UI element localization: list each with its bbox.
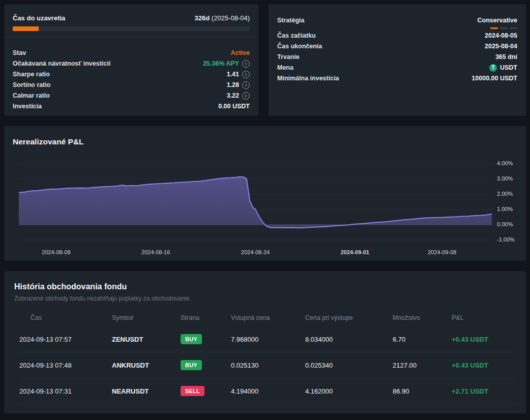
detail-label: Mena	[277, 64, 293, 72]
y-axis-label: 3.00%	[497, 175, 513, 182]
detail-value-wrap: TUSDT	[489, 64, 517, 72]
x-axis-label: 2024-08-24	[232, 249, 278, 255]
detail-row-cas-zaciatku: Čas začiatku2024-08-05	[277, 32, 517, 40]
x-axis-label: 2024-08-08	[33, 249, 79, 255]
y-axis-label: 2.00%	[497, 191, 513, 197]
stat-value: 3.22i	[227, 92, 250, 100]
stat-value-text: 25.36% APY	[203, 59, 239, 68]
stat-label: Sortino ratio	[13, 81, 50, 89]
detail-value-text: Conservative	[477, 16, 517, 24]
detail-value-text: 2025-08-04	[485, 42, 517, 50]
cell-pnl: +2.71 USDT	[452, 387, 516, 395]
cell-exit-price: 0.025340	[305, 362, 393, 369]
table-row: 2024-09-13 07:57ZENUSDTBUY7.9680008.0340…	[19, 326, 516, 352]
detail-label: Čas začiatku	[277, 32, 316, 40]
closing-time-value: 326d (2025-08-04)	[195, 14, 250, 22]
info-icon[interactable]: i	[242, 92, 250, 100]
column-header-symbol: Symbol	[112, 314, 181, 321]
stat-value: Active	[230, 49, 250, 57]
stat-value-text: 0.00 USDT	[218, 102, 250, 110]
stat-row-sharpe-ratio: Sharpe ratio1.41i	[13, 70, 250, 78]
y-axis-label: 4.00%	[497, 160, 513, 166]
cell-time: 2024-09-13 07:31	[19, 387, 112, 395]
cell-entry-price: 4.194000	[231, 387, 305, 395]
stat-label: Calmar ratio	[13, 92, 50, 100]
detail-row-cas-ukoncenia: Čas ukončenia2025-08-04	[277, 42, 517, 50]
stat-value-text: 3.22	[227, 92, 239, 100]
detail-row-strategia: StratégiaConservative	[277, 16, 517, 29]
tether-coin-icon: T	[489, 64, 497, 72]
pnl-area-fill	[19, 177, 492, 228]
cell-quantity: 2127.00	[393, 362, 452, 369]
pnl-chart-svg[interactable]	[19, 156, 492, 245]
cell-side: BUY	[181, 360, 231, 370]
stat-label: Sharpe ratio	[13, 70, 50, 78]
cell-quantity: 6.70	[393, 336, 452, 343]
stat-value-text: 1.28	[227, 81, 239, 89]
table-header-row: ČasSymbolStranaVstupná cenaCena pri výst…	[19, 309, 516, 326]
detail-label: Stratégia	[277, 16, 305, 24]
cell-pnl: +0.43 USDT	[452, 362, 516, 369]
risk-level-meter	[490, 27, 517, 29]
detail-label: Čas ukončenia	[277, 42, 322, 50]
trade-history-table: ČasSymbolStranaVstupná cenaCena pri výst…	[14, 309, 516, 404]
y-axis-label: -1.00%	[497, 236, 515, 243]
info-icon[interactable]: i	[242, 60, 250, 68]
fund-stats-list: StavActiveOčakávaná návratnosť investíci…	[4, 38, 258, 110]
sell-badge: SELL	[181, 386, 204, 396]
cell-quantity: 86.90	[393, 387, 452, 395]
strategy-details-list: StratégiaConservativeČas začiatku2024-08…	[269, 4, 526, 82]
pnl-chart-title: Nerealizované P&L	[4, 126, 526, 146]
column-header-vstupna-cena: Vstupná cena	[231, 314, 305, 321]
fund-detail-page: Čas do uzavretia 326d (2025-08-04) StavA…	[0, 0, 530, 420]
pnl-area-chart[interactable]: 4.00%3.00%2.00%1.00%0.00%-1.00%2024-08-0…	[19, 156, 526, 263]
detail-value-wrap: 10000.00 USDT	[472, 74, 517, 82]
cell-side: BUY	[181, 334, 231, 344]
buy-badge: BUY	[181, 360, 202, 370]
stat-value: 25.36% APYi	[203, 59, 250, 68]
closing-time-label: Čas do uzavretia	[13, 14, 65, 22]
detail-row-mena: MenaTUSDT	[277, 64, 517, 72]
closing-progress-bar	[13, 26, 250, 31]
y-axis-label: 0.00%	[497, 221, 513, 227]
detail-row-minimalna-investicia: Minimálna investícia10000.00 USDT	[277, 74, 517, 82]
stat-label: Očakávaná návratnosť investícií	[13, 59, 110, 68]
detail-value: 10000.00 USDT	[472, 74, 517, 82]
detail-label: Minimálna investícia	[277, 74, 339, 82]
stat-row-sortino-ratio: Sortino ratio1.28i	[13, 81, 250, 89]
risk-dash	[500, 27, 508, 29]
detail-label: Trvanie	[277, 53, 300, 61]
cell-exit-price: 4.162000	[305, 387, 393, 395]
trade-history-title: História obchodovania fondu	[4, 271, 526, 291]
strategy-details-panel: StratégiaConservativeČas začiatku2024-08…	[269, 4, 526, 116]
stat-row-calmar-ratio: Calmar ratio3.22i	[13, 92, 250, 100]
detail-value: 365 dní	[495, 53, 517, 61]
detail-value-wrap: 365 dní	[495, 53, 517, 61]
detail-value-wrap: Conservative	[477, 16, 517, 29]
stat-row-ocakavana-navratnost-investicii: Očakávaná návratnosť investícií25.36% AP…	[13, 59, 250, 68]
info-icon[interactable]: i	[242, 71, 250, 78]
column-header-p-l: P&L	[452, 314, 516, 321]
column-header-cas: Čas	[19, 314, 112, 321]
stat-label: Stav	[13, 49, 26, 57]
table-row: 2024-09-13 07:31NEARUSDTSELL4.1940004.16…	[19, 378, 516, 404]
detail-value: 2025-08-04	[485, 42, 517, 50]
detail-value-text: 10000.00 USDT	[472, 74, 517, 82]
risk-dash	[510, 27, 517, 29]
cell-side: SELL	[181, 386, 231, 396]
x-axis-label: 2024-08-16	[133, 249, 179, 255]
column-header-cena-pri-vystupe: Cena pri výstupe	[305, 314, 393, 321]
cell-symbol: NEARUSDT	[112, 387, 181, 395]
detail-value-wrap: 2024-08-05	[485, 32, 517, 40]
info-icon[interactable]: i	[242, 81, 250, 89]
column-header-strana: Strana	[181, 314, 231, 321]
table-row: 2024-09-13 07:48ANKRUSDTBUY0.0251300.025…	[19, 352, 516, 378]
detail-value: TUSDT	[489, 64, 517, 72]
stat-value: 1.41i	[227, 70, 250, 78]
x-axis-label: 2024-09-01	[332, 249, 378, 255]
cell-time: 2024-09-13 07:57	[19, 336, 112, 343]
closing-progress-fill	[13, 26, 39, 31]
cell-entry-price: 0.025130	[231, 362, 305, 369]
column-header-mnozstvo: Množstvo	[393, 314, 452, 321]
cell-exit-price: 8.034000	[305, 336, 393, 343]
